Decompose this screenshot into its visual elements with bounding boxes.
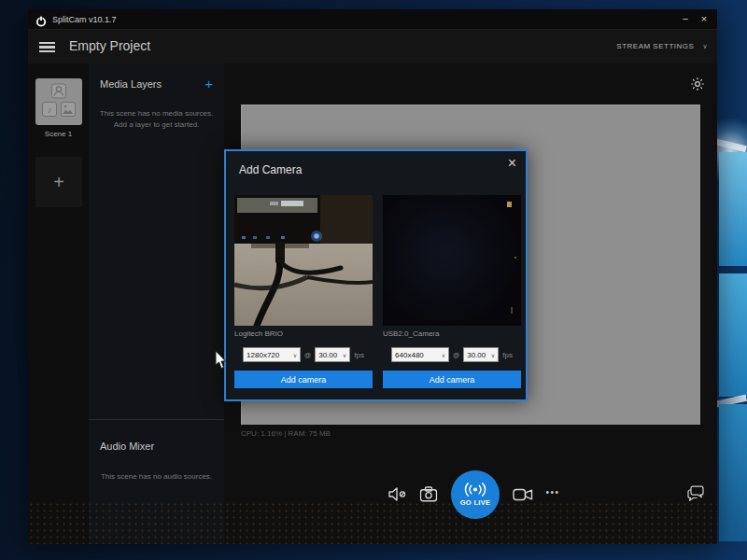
brightness-icon[interactable]	[691, 77, 704, 94]
media-layers-title: Media Layers	[100, 78, 162, 90]
chat-icon[interactable]	[686, 485, 705, 506]
camera-name: USB2.0_Camera	[383, 329, 521, 340]
media-layers-empty-text: This scene has no media sources. Add a l…	[97, 108, 216, 132]
stream-settings-button[interactable]: STREAM SETTINGS∨	[616, 42, 708, 50]
splitcam-logo-icon	[35, 14, 47, 31]
app-header: Empty Project STREAM SETTINGS∨	[28, 30, 717, 63]
chevron-down-icon: ∨	[343, 352, 346, 358]
video-camera-icon[interactable]	[513, 488, 533, 505]
wallpaper-pane	[719, 273, 747, 397]
windows-desktop: SplitCam v10.1.7 − × Empty Project STREA…	[0, 0, 747, 560]
chevron-down-icon: ∨	[293, 352, 297, 358]
wallpaper-pane	[719, 404, 747, 541]
add-scene-button[interactable]: +	[35, 157, 82, 207]
go-live-label: GO LIVE	[460, 498, 491, 507]
chevron-down-icon: ∨	[702, 43, 708, 49]
svg-text:♪: ♪	[48, 105, 52, 115]
go-live-button[interactable]: GO LIVE	[451, 470, 500, 519]
fps-unit-label: fps	[502, 351, 513, 359]
camera-cards: Logitech BRIO 1280x720∨ @ 30.00∨ fps Add…	[234, 195, 521, 388]
camera-settings-row: 1280x720∨ @ 30.00∨ fps	[234, 347, 373, 362]
snapshot-camera-icon[interactable]	[420, 486, 438, 506]
project-title: Empty Project	[69, 38, 150, 53]
dialog-title: Add Camera	[239, 163, 302, 176]
menu-icon[interactable]	[39, 42, 55, 54]
panels-column: Media Layers + This scene has no media s…	[89, 63, 224, 544]
camera-card-usb: USB2.0_Camera 640x480∨ @ 30.00∨ fps Add …	[383, 195, 521, 388]
resolution-select[interactable]: 1280x720∨	[243, 347, 301, 362]
camera-preview-usb	[383, 195, 521, 326]
cpu-ram-status: CPU: 1.16% | RAM: 75 MB	[241, 429, 331, 438]
audio-mixer-empty-text: This scene has no audio sources.	[97, 472, 216, 481]
more-options-button[interactable]: •••	[545, 487, 559, 497]
at-symbol: @	[304, 352, 311, 358]
fps-select[interactable]: 30.00∨	[463, 347, 499, 362]
close-button[interactable]: ×	[697, 9, 712, 30]
minimize-button[interactable]: −	[678, 9, 693, 30]
window-title: SplitCam v10.1.7	[52, 9, 117, 30]
preview-speck	[511, 307, 513, 314]
fps-select[interactable]: 30.00∨	[315, 347, 350, 362]
preview-highlight	[507, 202, 512, 207]
camera-card-logitech: Logitech BRIO 1280x720∨ @ 30.00∨ fps Add…	[234, 195, 373, 388]
scenes-sidebar: ♪ Scene 1 +	[28, 63, 89, 544]
scene-label: Scene 1	[28, 130, 89, 138]
resolution-select[interactable]: 640x480∨	[391, 347, 449, 362]
title-bar[interactable]: SplitCam v10.1.7 − ×	[28, 9, 717, 30]
add-camera-button[interactable]: Add camera	[383, 371, 521, 388]
at-symbol: @	[453, 352, 459, 358]
chevron-down-icon: ∨	[442, 352, 445, 358]
camera-name: Logitech BRIO	[234, 329, 373, 340]
add-camera-dialog: Add Camera ×	[224, 149, 528, 401]
preview-speck	[514, 257, 516, 259]
fps-unit-label: fps	[354, 351, 364, 359]
broadcast-icon	[462, 483, 488, 497]
speaker-mute-icon[interactable]	[388, 486, 408, 506]
chevron-down-icon: ∨	[491, 352, 495, 358]
add-layer-button[interactable]: +	[204, 76, 213, 91]
audio-mixer-panel: Audio Mixer This scene has no audio sour…	[89, 420, 224, 544]
scene-thumbnail[interactable]: ♪	[35, 78, 82, 125]
camera-preview-logitech	[234, 195, 373, 326]
audio-mixer-title: Audio Mixer	[100, 441, 154, 452]
stream-settings-label: STREAM SETTINGS	[616, 42, 694, 50]
camera-settings-row: 640x480∨ @ 30.00∨ fps	[383, 347, 521, 362]
media-layers-panel: Media Layers + This scene has no media s…	[89, 63, 224, 420]
add-camera-button[interactable]: Add camera	[234, 371, 373, 388]
dialog-close-icon[interactable]: ×	[508, 155, 516, 172]
wallpaper-pane	[719, 152, 747, 266]
